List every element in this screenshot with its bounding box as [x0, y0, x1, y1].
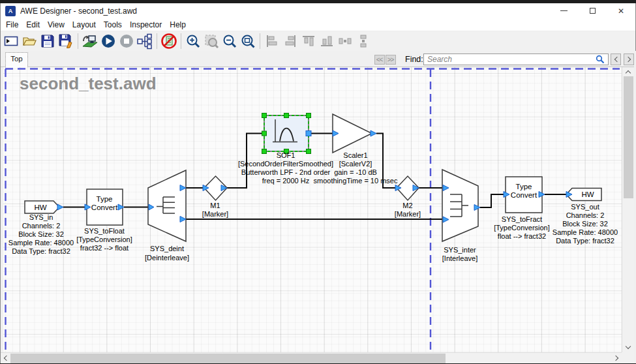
build-target-button[interactable] [81, 32, 99, 50]
close-icon: ✕ [618, 7, 624, 15]
svg-text:SYS_toFloat: SYS_toFloat [84, 227, 125, 235]
align-bottom-button[interactable] [318, 32, 336, 50]
block-sys-tofloat[interactable]: Type Convert SYS_toFloat [TypeConversion… [76, 189, 132, 252]
vertical-scroll-thumb[interactable] [624, 76, 633, 198]
svg-text:float --> fract32: float --> fract32 [498, 232, 546, 240]
minimize-button[interactable] [549, 3, 578, 18]
selection-handle[interactable] [307, 149, 311, 154]
align-left-button[interactable] [263, 32, 281, 50]
svg-text:Butterworth LPF - 2nd order: Butterworth LPF - 2nd order [241, 168, 331, 176]
svg-text:fract32 --> float: fract32 --> float [80, 244, 129, 252]
search-placeholder: Search [427, 55, 596, 64]
save-as-button[interactable] [57, 32, 75, 50]
selection-handle[interactable] [284, 114, 289, 118]
zoom-selection-icon [204, 33, 219, 49]
menu-layout[interactable]: Layout [68, 20, 100, 29]
scroll-right-arrow[interactable] [612, 353, 622, 363]
output-pin[interactable] [371, 130, 376, 136]
find-next-button[interactable] [624, 53, 634, 65]
svg-text:Channels: 2: Channels: 2 [22, 222, 61, 230]
align-right-icon [282, 33, 298, 49]
vertical-scrollbar[interactable] [622, 67, 634, 352]
zoom-in-button[interactable] [184, 32, 202, 50]
svg-text:Scaler1: Scaler1 [343, 151, 367, 159]
halt-button[interactable] [160, 32, 178, 50]
selection-handle[interactable] [262, 149, 267, 154]
zoom-fit-icon [240, 33, 256, 49]
svg-text:[ScalerV2]: [ScalerV2] [339, 160, 372, 168]
block-sys-inter[interactable]: SYS_inter [Interleave] [442, 170, 480, 262]
maximize-button[interactable] [578, 3, 607, 18]
menu-help[interactable]: Help [166, 20, 190, 29]
toolbar-separator [157, 33, 157, 49]
svg-text:SOF1: SOF1 [277, 151, 295, 159]
svg-text:[SecondOrderFilterSmoothed]: [SecondOrderFilterSmoothed] [238, 160, 333, 168]
save-button[interactable] [38, 32, 57, 50]
tab-top[interactable]: Top [5, 52, 28, 67]
block-m1[interactable]: M1 [Marker] [202, 176, 228, 218]
scrollbar-corner [622, 352, 634, 363]
save-icon [40, 33, 55, 49]
svg-text:SYS_deint: SYS_deint [150, 245, 184, 252]
titlebar: A AWE Designer - second_test.awd ✕ [1, 3, 635, 18]
svg-text:Data Type: fract32: Data Type: fract32 [556, 237, 614, 245]
toolbar-separator [181, 33, 181, 49]
window-title: AWE Designer - second_test.awd [20, 7, 137, 16]
canvas[interactable]: second_test.awd HW SYS_in Channels: 2 Bl… [3, 67, 622, 352]
stop-icon [119, 33, 134, 49]
open-button[interactable] [20, 32, 38, 50]
propagate-icon [136, 33, 153, 50]
svg-text:freq = 2000 Hz: freq = 2000 Hz [262, 177, 309, 185]
nav-back-button[interactable]: << [374, 55, 385, 65]
align-bottom-icon [319, 33, 335, 49]
stop-button[interactable] [117, 32, 136, 50]
svg-text:Convert: Convert [511, 191, 538, 199]
zoom-out-button[interactable] [220, 32, 239, 50]
output-pin[interactable] [306, 131, 311, 136]
horizontal-scrollbar[interactable] [1, 352, 622, 363]
svg-text:Type: Type [516, 183, 532, 190]
search-input[interactable]: Search [423, 53, 609, 65]
menu-edit[interactable]: Edit [22, 20, 44, 29]
block-m2[interactable]: M2 [Marker] [395, 176, 421, 218]
horizontal-scroll-thumb[interactable] [10, 354, 446, 363]
block-sys-tofract[interactable]: Type Convert SYS_toFract [TypeConversion… [494, 177, 550, 240]
up-icon [626, 70, 631, 76]
zoom-selection-button[interactable] [202, 32, 220, 50]
menu-view[interactable]: View [44, 20, 68, 29]
next-icon [625, 57, 630, 62]
svg-text:[Interleave]: [Interleave] [442, 254, 477, 262]
block-sys-out[interactable]: HW SYS_out Channels: 2 Block Size: 32 Sa… [553, 189, 618, 245]
scroll-down-arrow[interactable] [622, 342, 634, 352]
search-icon [596, 55, 605, 64]
close-button[interactable]: ✕ [607, 3, 635, 18]
menu-file[interactable]: File [2, 20, 22, 29]
selection-handle[interactable] [262, 131, 267, 136]
selection-handle[interactable] [307, 114, 311, 118]
align-top-button[interactable] [299, 32, 318, 50]
block-sof1[interactable]: SOF1 [SecondOrderFilterSmoothed] Butterw… [238, 114, 333, 185]
block-sys-deint[interactable]: SYS_deint [Deinterleave] [145, 170, 189, 262]
align-right-button[interactable] [281, 32, 299, 50]
svg-text:smoothingTime = 10 msec: smoothingTime = 10 msec [314, 177, 398, 185]
find-prev-button[interactable] [611, 53, 621, 65]
svg-text:M1: M1 [210, 202, 220, 209]
new-system-button[interactable] [2, 32, 20, 50]
play-button[interactable] [99, 32, 117, 50]
halt-icon [160, 33, 177, 50]
scroll-left-arrow[interactable] [1, 353, 10, 363]
scroll-up-arrow[interactable] [622, 67, 634, 77]
distribute-vertical-button[interactable] [354, 32, 372, 50]
menu-inspector[interactable]: Inspector [126, 20, 166, 29]
app-icon: A [5, 6, 16, 16]
propagate-button[interactable] [136, 32, 154, 50]
svg-text:[Marker]: [Marker] [202, 210, 228, 218]
menu-tools[interactable]: Tools [100, 20, 126, 29]
svg-text:[TypeConversion]: [TypeConversion] [494, 224, 550, 232]
selection-handle[interactable] [262, 114, 267, 118]
nav-forward-button[interactable]: >> [386, 55, 396, 65]
zoom-fit-button[interactable] [239, 32, 257, 50]
output-pin[interactable] [57, 204, 63, 210]
distribute-horizontal-button[interactable] [336, 32, 354, 50]
block-sys-in[interactable]: HW SYS_in Channels: 2 Block Size: 32 Sam… [8, 201, 74, 255]
